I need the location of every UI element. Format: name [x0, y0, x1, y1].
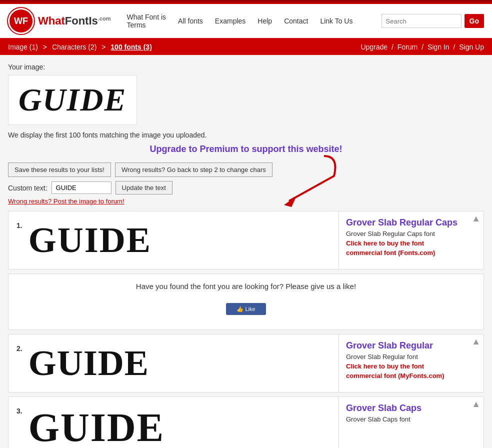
font-preview-2: 2. GUIDE — [8, 334, 338, 392]
header: WF WhatFontIs.com What Font is Terms All… — [0, 4, 492, 39]
font-sub-3: Grover Slab Caps font — [346, 416, 476, 423]
custom-text-input[interactable] — [52, 182, 112, 194]
like-buttons-area: 👍 Like — [16, 296, 476, 322]
logo-wf-badge: WF — [8, 8, 34, 34]
font-result-3: 3. GUIDE ▲ Grover Slab Caps Grover Slab … — [8, 396, 484, 448]
font-info-corner-1: ▲ — [472, 214, 480, 224]
logo-text: WhatFontIs.com — [38, 16, 110, 26]
font-number-3: 3. — [16, 405, 22, 415]
breadcrumb-characters[interactable]: Characters (2) — [52, 43, 98, 51]
font-info-corner-3: ▲ — [472, 399, 480, 410]
font-commercial-1: commercial font (Fonts.com) — [346, 249, 476, 256]
search-area: Go — [382, 14, 484, 28]
like-text: Have you found the font you are looking … — [16, 282, 476, 290]
font-sample-text-1: GUIDE — [28, 220, 152, 261]
font-result-2: 2. GUIDE ▲ Grover Slab Regular Grover Sl… — [8, 334, 484, 392]
nav-what-font-is-terms[interactable]: What Font is Terms — [126, 13, 166, 29]
font-sample-text-3: GUIDE — [28, 405, 164, 448]
breadcrumb-bar: Image (1) > Characters (2) > 100 fonts (… — [0, 39, 492, 55]
nav-all-fonts[interactable]: All fonts — [178, 17, 203, 25]
info-text: We display the first 100 fonts matching … — [8, 131, 484, 139]
font-result-1: 1. GUIDE ▲ Grover Slab Regular Caps Grov… — [8, 211, 484, 270]
update-text-button[interactable]: Update the text — [116, 181, 172, 194]
wrong-post-link[interactable]: Wrong results? Post the image to forum! — [8, 198, 484, 205]
breadcrumb-sign-up[interactable]: Sign Up — [459, 43, 484, 51]
search-input[interactable] — [382, 14, 462, 28]
breadcrumb-right: Upgrade / Forum / Sign In / Sign Up — [360, 43, 484, 51]
breadcrumb-forum[interactable]: Forum — [398, 43, 418, 51]
font-sub-2: Grover Slab Regular font — [346, 353, 476, 360]
nav-contact[interactable]: Contact — [284, 17, 308, 25]
uploaded-image-box: GUIDE — [8, 75, 137, 125]
like-box: Have you found the font you are looking … — [8, 274, 484, 330]
font-info-3: ▲ Grover Slab Caps Grover Slab Caps font — [338, 397, 484, 448]
nav-help[interactable]: Help — [258, 17, 272, 25]
top-banner — [0, 0, 492, 4]
save-results-button[interactable]: Save these results to your lists! — [8, 162, 111, 177]
uploaded-image-text: GUIDE — [18, 82, 126, 118]
breadcrumb: Image (1) > Characters (2) > 100 fonts (… — [8, 43, 152, 51]
breadcrumb-image[interactable]: Image (1) — [8, 43, 40, 51]
breadcrumb-upgrade[interactable]: Upgrade — [360, 43, 388, 51]
font-info-corner-2: ▲ — [472, 336, 480, 347]
logo-link[interactable]: WF WhatFontIs.com — [8, 8, 110, 34]
breadcrumb-fonts: 100 fonts (3) — [110, 43, 152, 51]
font-name-link-3[interactable]: Grover Slab Caps — [346, 403, 476, 414]
custom-text-row: Custom text: Update the text — [8, 181, 484, 194]
font-number-2: 2. — [16, 342, 22, 352]
upgrade-text: Upgrade to Premium to support this websi… — [8, 144, 484, 154]
wrong-results-button[interactable]: Wrong results? Go back to step 2 to chan… — [115, 162, 272, 177]
font-buy-link-1[interactable]: Click here to buy the font — [346, 240, 476, 247]
font-sample-text-2: GUIDE — [28, 342, 149, 384]
your-image-label: Your image: — [8, 63, 484, 71]
main-content: Your image: GUIDE We display the first 1… — [0, 55, 492, 448]
go-button[interactable]: Go — [464, 14, 484, 28]
action-row: Save these results to your lists! Wrong … — [8, 162, 484, 177]
breadcrumb-sign-in[interactable]: Sign In — [428, 43, 450, 51]
facebook-like-button[interactable]: 👍 Like — [226, 303, 266, 315]
font-preview-1: 1. GUIDE — [8, 212, 338, 269]
font-sub-1: Grover Slab Regular Caps font — [346, 230, 476, 238]
font-buy-link-2[interactable]: Click here to buy the font — [346, 362, 476, 370]
font-number-1: 1. — [16, 220, 22, 230]
font-name-link-2[interactable]: Grover Slab Regular — [346, 340, 476, 351]
custom-text-label: Custom text: — [8, 184, 48, 192]
font-info-2: ▲ Grover Slab Regular Grover Slab Regula… — [338, 334, 484, 392]
font-preview-3: 3. GUIDE — [8, 397, 338, 448]
nav-examples[interactable]: Examples — [215, 17, 246, 25]
main-nav: What Font is Terms All fonts Examples He… — [126, 13, 365, 29]
nav-link-to-us[interactable]: Link To Us — [320, 17, 352, 25]
font-name-link-1[interactable]: Grover Slab Regular Caps — [346, 218, 476, 228]
font-commercial-2: commercial font (MyFonts.com) — [346, 372, 476, 380]
font-info-1: ▲ Grover Slab Regular Caps Grover Slab R… — [338, 212, 484, 269]
